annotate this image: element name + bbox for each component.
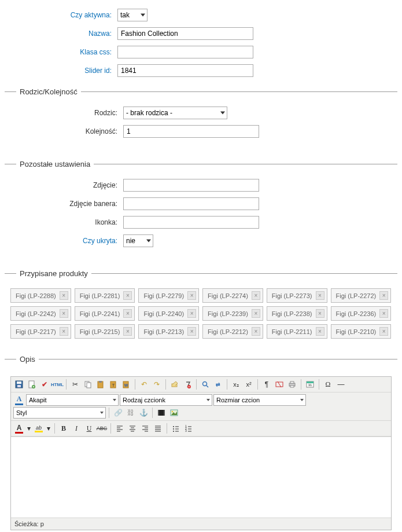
product-tag: Figi (LP-2217)× <box>10 324 71 339</box>
product-label: Figi (LP-2242) <box>16 310 56 317</box>
product-tag: Figi (LP-2236)× <box>331 306 392 321</box>
subscript-icon[interactable]: x₂ <box>230 379 242 390</box>
remove-product-icon[interactable]: × <box>60 327 68 336</box>
strike-icon[interactable]: ABC <box>96 423 108 434</box>
italic-icon[interactable]: I <box>71 423 82 434</box>
align-left-icon[interactable] <box>114 423 126 434</box>
remove-product-icon[interactable]: × <box>187 309 196 318</box>
omega-icon[interactable]: Ω <box>322 379 334 390</box>
media-icon[interactable] <box>156 407 167 419</box>
ukryta-select[interactable]: nie <box>123 234 153 247</box>
align-center-icon[interactable] <box>127 423 138 434</box>
slider-input[interactable] <box>117 64 253 77</box>
product-label: Figi (LP-2239) <box>208 310 248 317</box>
product-tag: Figi (LP-2279)× <box>138 288 199 303</box>
remove-product-icon[interactable]: × <box>379 327 388 336</box>
nazwa-input[interactable] <box>117 27 253 40</box>
align-justify-icon[interactable] <box>152 423 164 434</box>
product-tag: Figi (LP-2239)× <box>202 306 263 321</box>
remove-product-icon[interactable]: × <box>379 291 388 300</box>
text-color-icon[interactable]: A <box>13 423 25 434</box>
remove-product-icon[interactable]: × <box>252 327 260 336</box>
font-family-icon[interactable]: A <box>13 394 25 406</box>
rodzic-select[interactable]: - brak rodzica - <box>123 107 227 119</box>
svg-text:W: W <box>124 383 128 387</box>
anchor-icon[interactable]: ⚓ <box>138 407 149 419</box>
baner-input[interactable] <box>123 197 259 210</box>
fontfamily-select[interactable] <box>120 394 212 406</box>
cut-icon[interactable]: ✂ <box>69 379 81 390</box>
remove-product-icon[interactable]: × <box>60 309 68 318</box>
product-tag: Figi (LP-2274)× <box>202 288 263 303</box>
link-icon[interactable]: 🔗 <box>112 407 124 419</box>
svg-point-47 <box>173 426 174 427</box>
bullet-list-icon[interactable] <box>170 423 182 434</box>
product-label: Figi (LP-2272) <box>336 292 377 299</box>
svg-text:31: 31 <box>308 383 312 387</box>
copy-icon[interactable] <box>82 379 94 390</box>
date-icon[interactable]: 31 <box>304 379 316 390</box>
replace-icon[interactable]: ⇄ <box>212 379 224 390</box>
remove-product-icon[interactable]: × <box>187 327 196 336</box>
product-tag: Figi (LP-2238)× <box>267 306 327 321</box>
remove-product-icon[interactable]: × <box>123 309 132 318</box>
product-label: Figi (LP-2240) <box>143 310 184 317</box>
editor-path: Ścieżka: p <box>11 518 391 530</box>
remove-product-icon[interactable]: × <box>316 291 324 300</box>
baner-label: Zdjęcie banera: <box>10 200 123 208</box>
superscript-icon[interactable]: x² <box>243 379 255 390</box>
print-icon[interactable] <box>286 379 298 390</box>
top-form: Czy aktywna: tak Nazwa: Klasa css: Slide… <box>5 9 397 77</box>
redo-icon[interactable]: ↷ <box>151 379 163 390</box>
editor-body[interactable] <box>11 436 391 518</box>
remove-product-icon[interactable]: × <box>316 327 324 336</box>
blockquote-icon[interactable] <box>274 379 285 390</box>
bold-icon[interactable]: B <box>58 423 69 434</box>
bg-color-icon[interactable]: ab <box>33 423 45 434</box>
number-list-icon[interactable]: 123 <box>183 423 194 434</box>
parent-fieldset: Rodzic/Kolejność Rodzic: - brak rodzica … <box>5 87 397 149</box>
svg-rect-27 <box>164 410 165 416</box>
remove-product-icon[interactable]: × <box>60 291 68 300</box>
find-icon[interactable] <box>200 379 211 390</box>
text-color-dd[interactable]: ▾ <box>26 423 32 434</box>
kolejnosc-input[interactable] <box>123 125 259 138</box>
remove-product-icon[interactable]: × <box>123 291 132 300</box>
image-icon[interactable] <box>168 407 180 419</box>
product-label: Figi (LP-2215) <box>80 328 120 335</box>
remove-product-icon[interactable]: × <box>123 327 132 336</box>
align-right-icon[interactable] <box>139 423 151 434</box>
remove-product-icon[interactable]: × <box>187 291 196 300</box>
paste-icon[interactable] <box>95 379 106 390</box>
remove-product-icon[interactable]: × <box>252 291 260 300</box>
fontsize-select[interactable] <box>213 394 306 406</box>
remove-product-icon[interactable]: × <box>252 309 260 318</box>
save-icon[interactable] <box>13 379 25 390</box>
format-select[interactable] <box>26 394 119 406</box>
product-tag: Figi (LP-2273)× <box>267 288 327 303</box>
underline-icon[interactable]: U <box>83 423 95 434</box>
undo-icon[interactable]: ↶ <box>138 379 150 390</box>
remove-format-icon[interactable] <box>182 379 193 390</box>
svg-point-30 <box>172 411 173 412</box>
unlink-icon[interactable]: ⛓ <box>125 407 137 419</box>
paste-text-icon[interactable]: T <box>108 379 119 390</box>
spellcheck-icon[interactable]: ✔ <box>39 379 50 390</box>
ikonka-input[interactable] <box>123 216 259 229</box>
remove-product-icon[interactable]: × <box>316 309 324 318</box>
newdoc-icon[interactable] <box>26 379 38 390</box>
pilcrow-icon[interactable]: ¶ <box>261 379 272 390</box>
aktywna-select[interactable]: tak <box>117 9 147 21</box>
product-tag: Figi (LP-2240)× <box>138 306 199 321</box>
product-label: Figi (LP-2210) <box>336 328 377 335</box>
hr-icon[interactable]: — <box>335 379 346 390</box>
paste-word-icon[interactable]: W <box>120 379 132 390</box>
zdjecie-input[interactable] <box>123 179 259 192</box>
bg-color-dd[interactable]: ▾ <box>46 423 51 434</box>
klasa-input[interactable] <box>117 46 253 58</box>
zdjecie-label: Zdjęcie: <box>10 181 123 189</box>
clear-format-icon[interactable] <box>169 379 180 390</box>
remove-product-icon[interactable]: × <box>379 309 388 318</box>
style-select[interactable] <box>13 407 106 419</box>
html-icon[interactable]: HTML <box>51 379 63 390</box>
